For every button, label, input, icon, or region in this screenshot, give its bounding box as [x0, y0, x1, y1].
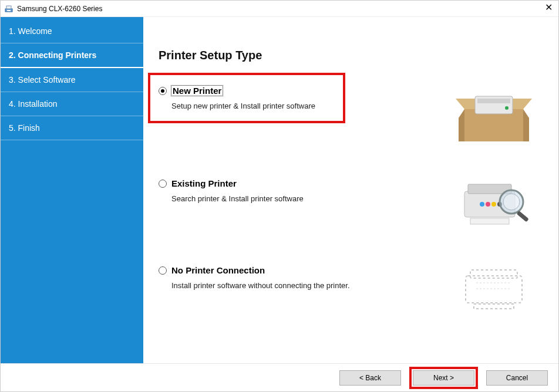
svg-point-16 — [491, 202, 496, 207]
printer-search-icon — [447, 178, 541, 231]
sidebar-step-select-software[interactable]: 3. Select Software — [1, 68, 143, 92]
next-button[interactable]: Next > — [413, 370, 474, 386]
cancel-button-wrap: Cancel — [486, 370, 548, 386]
content-area: 1. Welcome 2. Connecting Printers 3. Sel… — [1, 17, 558, 363]
radio-line: No Printer Connection — [159, 265, 437, 275]
close-icon[interactable]: ✕ — [545, 3, 553, 12]
option-label: New Printer — [171, 86, 223, 96]
cancel-button[interactable]: Cancel — [486, 370, 548, 386]
radio-no-printer[interactable] — [159, 266, 167, 275]
option-no-printer-connection[interactable]: No Printer Connection Install printer so… — [159, 265, 541, 312]
next-button-wrap: Next > — [413, 370, 474, 386]
option-text: New Printer Setup new printer & Install … — [159, 86, 447, 110]
window-title: Samsung CLX-6260 Series — [17, 5, 102, 13]
titlebar: Samsung CLX-6260 Series ✕ — [1, 1, 558, 17]
svg-point-14 — [480, 202, 484, 207]
svg-rect-1 — [6, 6, 11, 9]
svg-point-10 — [505, 106, 509, 110]
option-label: No Printer Connection — [171, 265, 265, 275]
sidebar-step-installation[interactable]: 4. Installation — [1, 92, 143, 116]
footer: < Back Next > Cancel — [1, 363, 558, 391]
option-text: No Printer Connection Install printer so… — [159, 265, 447, 290]
option-existing-printer[interactable]: Existing Printer Search printer & Instal… — [159, 178, 541, 231]
radio-line: New Printer — [159, 86, 437, 96]
svg-point-19 — [503, 194, 520, 210]
svg-marker-4 — [459, 109, 464, 141]
option-label: Existing Printer — [171, 178, 237, 188]
svg-marker-5 — [523, 109, 529, 141]
main-panel: Printer Setup Type New Printer Setup new… — [143, 17, 558, 363]
sidebar-step-connecting-printers[interactable]: 2. Connecting Printers — [1, 43, 143, 68]
svg-rect-9 — [477, 99, 510, 103]
back-button-wrap: < Back — [339, 370, 401, 386]
sidebar: 1. Welcome 2. Connecting Printers 3. Sel… — [1, 17, 143, 363]
svg-rect-21 — [466, 276, 522, 303]
option-text: Existing Printer Search printer & Instal… — [159, 178, 447, 203]
svg-rect-2 — [7, 10, 11, 11]
app-icon — [4, 4, 14, 13]
back-button[interactable]: < Back — [339, 370, 401, 386]
radio-existing-printer[interactable] — [159, 180, 167, 188]
svg-point-15 — [486, 202, 490, 207]
radio-line: Existing Printer — [159, 178, 437, 188]
installer-window: Samsung CLX-6260 Series ✕ 1. Welcome 2. … — [0, 0, 559, 392]
svg-rect-13 — [470, 218, 509, 224]
printer-outline-icon — [447, 265, 541, 312]
radio-new-printer[interactable] — [159, 87, 167, 95]
sidebar-step-finish[interactable]: 5. Finish — [1, 116, 143, 140]
printer-box-icon — [447, 86, 541, 144]
svg-rect-20 — [517, 211, 529, 222]
option-new-printer[interactable]: New Printer Setup new printer & Install … — [159, 86, 541, 144]
svg-rect-23 — [474, 304, 514, 309]
option-desc: Setup new printer & Install printer soft… — [171, 102, 437, 110]
option-desc: Search printer & Install printer softwar… — [171, 194, 437, 203]
svg-rect-22 — [470, 270, 517, 278]
page-title: Printer Setup Type — [159, 49, 541, 62]
sidebar-step-welcome[interactable]: 1. Welcome — [1, 19, 143, 43]
option-desc: Install printer software without connect… — [171, 281, 437, 290]
